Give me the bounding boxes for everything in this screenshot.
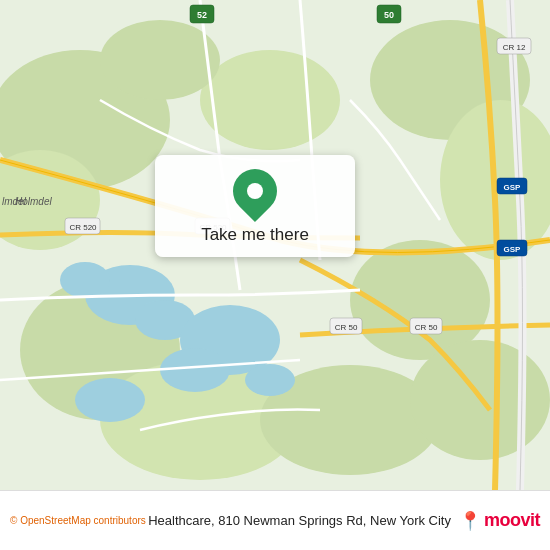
bottom-bar: © OpenStreetMap contributors Healthcare,… (0, 490, 550, 550)
svg-point-18 (75, 378, 145, 422)
map-area: CR 520 CR 520 CR 50 CR 50 52 50 CR 12 GS… (0, 0, 550, 490)
svg-point-16 (160, 348, 230, 392)
svg-text:GSP: GSP (504, 183, 522, 192)
svg-point-13 (60, 262, 110, 298)
moovit-logo: 📍 moovit (459, 510, 540, 532)
svg-text:CR 50: CR 50 (335, 323, 358, 332)
svg-point-17 (245, 364, 295, 396)
osm-credit: © OpenStreetMap contributors (10, 515, 148, 526)
svg-point-10 (200, 50, 340, 150)
svg-text:CR 12: CR 12 (503, 43, 526, 52)
svg-text:lmdel: lmdel (2, 196, 27, 207)
moovit-brand-label: moovit (484, 510, 540, 531)
moovit-pin-icon: 📍 (459, 510, 481, 532)
svg-text:50: 50 (384, 10, 394, 20)
svg-text:GSP: GSP (504, 245, 522, 254)
location-pin-icon (224, 160, 286, 222)
location-text: Healthcare, 810 Newman Springs Rd, New Y… (148, 513, 451, 528)
take-me-there-button[interactable]: Take me there (201, 225, 309, 245)
svg-text:52: 52 (197, 10, 207, 20)
take-me-there-card[interactable]: Take me there (155, 155, 355, 257)
svg-text:CR 50: CR 50 (415, 323, 438, 332)
location-info: Healthcare, 810 Newman Springs Rd, New Y… (148, 510, 540, 532)
svg-text:CR 520: CR 520 (69, 223, 97, 232)
svg-point-11 (100, 20, 220, 100)
